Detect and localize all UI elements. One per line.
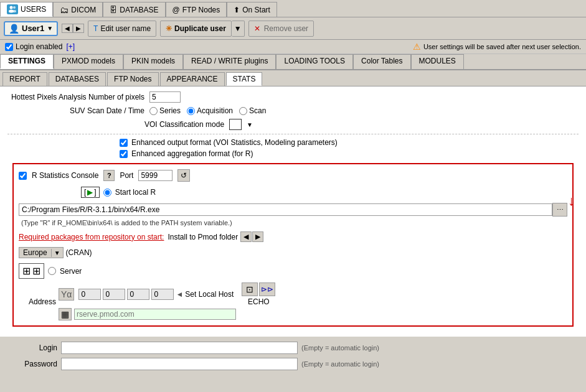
ip-input-2[interactable] <box>103 289 125 300</box>
nav-tab-onstart[interactable]: ⬆ On Start <box>227 2 277 17</box>
ip-input-3[interactable] <box>127 289 149 300</box>
tab-pkin[interactable]: PKIN models <box>123 54 183 69</box>
suv-series-option[interactable]: Series <box>149 106 181 115</box>
region-row: Europe ▼ (CRAN) <box>19 247 567 258</box>
browse-button[interactable]: ⋯ <box>552 203 567 217</box>
echo-label: ECHO <box>248 297 270 306</box>
ip-input-4[interactable] <box>151 289 174 300</box>
server-icon: ▦ <box>61 309 69 319</box>
address-container: Yα ◄ Set Local Host ⊡ <box>59 282 275 320</box>
suv-acquisition-option[interactable]: Acquisition <box>187 106 233 115</box>
login-input[interactable] <box>61 342 298 354</box>
r-path-input[interactable] <box>19 203 552 216</box>
tab-loading[interactable]: LOADING TOOLS <box>276 54 353 69</box>
suv-scan-label: SUV Scan Date / Time <box>7 106 144 115</box>
user-selector[interactable]: 👤 User1 ▼ <box>4 21 58 36</box>
r-console-header: R Statistics Console ? Port ↺ <box>19 169 567 182</box>
hottest-pixels-row: Hottest Pixels Analysis Number of pixels <box>7 91 579 103</box>
path-row: ⋯ ↓ <box>19 203 567 217</box>
bracket-right: ] <box>94 188 96 197</box>
password-input[interactable] <box>61 358 298 370</box>
hottest-pixels-label: Hottest Pixels Analysis Number of pixels <box>7 93 144 101</box>
ftp-icon: @ <box>172 6 180 14</box>
r-help-button[interactable]: ? <box>103 170 115 181</box>
tab-color[interactable]: Color Tables <box>353 54 410 69</box>
tab-settings[interactable]: SETTINGS <box>0 54 54 69</box>
enhanced-output-label: Enhanced output format (VOI Statistics, … <box>131 138 338 147</box>
edit-link[interactable]: [+] <box>66 42 75 51</box>
question-icon: ? <box>107 172 111 179</box>
edit-username-button[interactable]: T Edit user name <box>88 21 156 37</box>
start-local-r-radio[interactable] <box>103 189 111 197</box>
subtab-stats[interactable]: STATS <box>226 72 263 86</box>
subtab-appearance[interactable]: APPEARANCE <box>160 72 225 86</box>
nav-tab-users-label: USERS <box>21 5 46 14</box>
install-dd-left-btn[interactable]: ◀ <box>240 231 252 242</box>
server-address-input[interactable] <box>74 309 236 320</box>
user-dropdown-arrow[interactable]: ▼ <box>47 25 53 32</box>
duplicate-user-label: Duplicate user <box>174 24 226 33</box>
server-radio-label: Server <box>60 267 82 276</box>
port-input[interactable] <box>138 170 172 181</box>
suv-scan-option[interactable]: Scan <box>239 106 266 115</box>
tab-rw[interactable]: READ / WRITE plugins <box>183 54 276 69</box>
region-dropdown: Europe ▼ <box>19 247 64 258</box>
onstart-icon: ⬆ <box>234 6 240 14</box>
bracket-left: [ <box>84 188 86 197</box>
warning-icon: ⚠ <box>413 42 421 52</box>
start-local-r-row: [ ▶ ] Start local R <box>81 187 567 198</box>
server-radio[interactable] <box>48 267 56 275</box>
tab-modules[interactable]: MODULES <box>411 54 464 69</box>
login-enabled-checkbox[interactable] <box>5 43 13 51</box>
hint-text: (Type "R" if R_HOME\bin\x64\ is added to… <box>21 219 567 226</box>
duplicate-dropdown-button[interactable]: ▼ <box>232 21 245 37</box>
enhanced-aggregation-checkbox[interactable] <box>120 150 128 158</box>
user-nav-arrows: ◀ ▶ <box>62 24 84 33</box>
set-localhost-button[interactable]: ◄ Set Local Host <box>176 290 234 299</box>
echo-block: ⊡ ⊳⊳ ECHO <box>242 282 275 306</box>
warning-message: ⚠ User settings will be saved after next… <box>413 42 581 52</box>
cran-label: (CRAN) <box>66 248 92 257</box>
ip-row: Yα ◄ Set Local Host ⊡ <box>59 282 275 306</box>
install-dd-right-btn[interactable]: ▶ <box>252 231 263 242</box>
nav-tab-dicom-label: DICOM <box>71 6 96 14</box>
remove-user-label: Remove user <box>264 24 308 33</box>
nav-tab-dicom[interactable]: 🗂 DICOM <box>53 2 103 17</box>
enhanced-aggregation-label: Enhanced aggregation format (for R) <box>131 149 253 158</box>
svg-point-0 <box>10 6 13 9</box>
users-icon <box>7 4 18 14</box>
divider-1 <box>7 134 579 134</box>
remove-user-button[interactable]: ✕ Remove user <box>248 21 314 37</box>
subtab-report[interactable]: REPORT <box>2 72 47 86</box>
r-console-checkbox[interactable] <box>19 172 27 180</box>
play-button[interactable]: ▶ <box>87 188 93 197</box>
nav-tab-users[interactable]: USERS <box>0 2 53 17</box>
packages-label: Required packages from repository on sta… <box>19 233 164 241</box>
subtab-databases[interactable]: DATABASES <box>49 72 106 86</box>
current-user-label: User1 <box>22 24 44 33</box>
tab-pxmod[interactable]: PXMOD models <box>54 54 123 69</box>
ip-input-1[interactable] <box>78 289 101 300</box>
database-icon: 🗄 <box>110 6 117 14</box>
address-row: Address Yα ◄ Set Local Host <box>19 282 567 320</box>
enhanced-output-checkbox[interactable] <box>120 139 128 147</box>
region-value: Europe <box>19 248 51 258</box>
test-button[interactable]: ⊡ <box>242 282 258 296</box>
prev-user-button[interactable]: ◀ <box>62 24 73 33</box>
arrow-forward-button[interactable]: ⊳⊳ <box>259 282 275 296</box>
browse-icon: ⋯ <box>557 206 564 214</box>
subtab-ftp[interactable]: FTP Nodes <box>107 72 158 86</box>
region-dropdown-btn[interactable]: ▼ <box>51 249 63 257</box>
nav-tab-ftp[interactable]: @ FTP Nodes <box>166 2 227 17</box>
next-user-button[interactable]: ▶ <box>73 24 84 33</box>
reload-button[interactable]: ↺ <box>177 169 190 182</box>
top-nav: USERS 🗂 DICOM 🗄 DATABASE @ FTP Nodes ⬆ O… <box>0 0 586 17</box>
hottest-pixels-input[interactable] <box>149 91 181 103</box>
nav-tab-database[interactable]: 🗄 DATABASE <box>103 2 165 17</box>
duplicate-user-button[interactable]: ✳ Duplicate user <box>160 21 232 37</box>
test-icon: ⊡ <box>246 284 253 294</box>
login-enabled-row: Login enabled [+] ⚠ User settings will b… <box>0 40 586 54</box>
user-icon: 👤 <box>9 24 19 34</box>
voi-dropdown-arrow[interactable]: ▼ <box>247 121 253 128</box>
set-localhost-arrow: ◄ <box>176 290 183 299</box>
